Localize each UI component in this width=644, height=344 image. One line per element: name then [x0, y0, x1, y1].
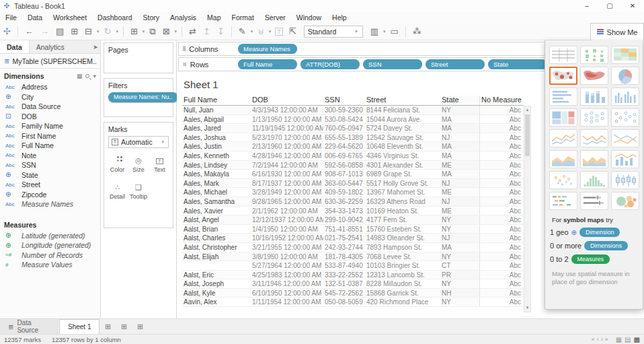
menu-item-window[interactable]: Window — [291, 12, 327, 23]
pill-measure-names[interactable]: Measure Names — [238, 44, 297, 54]
search-icon[interactable] — [85, 74, 89, 78]
continuous-lines-thumbnail[interactable] — [549, 129, 577, 147]
side-by-side-bars-thumbnail[interactable] — [611, 88, 639, 106]
highlight-table-thumbnail[interactable] — [611, 46, 639, 64]
new-worksheet-icon[interactable]: ⊞ — [127, 24, 141, 40]
column-header[interactable]: SSN — [323, 96, 365, 105]
new-story-icon[interactable]: ⊞ — [132, 319, 148, 334]
menu-item-map[interactable]: Map — [202, 12, 226, 23]
menu-item-server[interactable]: Server — [259, 12, 291, 23]
field-ssn[interactable]: AbcSSN — [0, 160, 100, 170]
column-header[interactable]: Street — [365, 96, 440, 105]
clear-sheet-icon[interactable]: ⊠ — [159, 24, 173, 40]
color-button[interactable]: Color — [108, 152, 126, 176]
table-row[interactable]: 5/27/1964 12:00:00 AM533-87-494010103 Br… — [182, 261, 524, 271]
close-button[interactable]: ✕ — [621, 0, 644, 12]
tableau-home-icon[interactable]: ✣ — [0, 24, 14, 40]
field-address[interactable]: AbcAddress — [0, 82, 100, 92]
vertical-scrollbar[interactable]: ▲ ▼ — [524, 106, 531, 312]
table-row[interactable]: Aales, Joshua5/23/1970 12:00:00 AM655-55… — [182, 133, 524, 143]
table-row[interactable]: Aales, Mark8/17/1937 12:00:00 AM363-60-5… — [182, 179, 524, 188]
box-and-whisker-thumbnail[interactable] — [611, 171, 639, 189]
show-hide-cards-icon[interactable]: ▥ — [367, 24, 382, 40]
pill-full-name[interactable]: Full Name — [238, 59, 297, 69]
presentation-mode-icon[interactable]: ▭ — [387, 24, 401, 40]
table-row[interactable]: Aalst, Joseph3/11/1946 12:00:00 AM132-51… — [182, 279, 524, 289]
group-members-icon[interactable]: ⊎ — [254, 24, 268, 40]
table-row[interactable]: Aales, Makayla6/16/1930 12:00:00 AM908-6… — [182, 170, 524, 179]
scrollbar-thumb[interactable] — [525, 114, 530, 156]
swap-rows-columns-icon[interactable]: ⇄ — [186, 24, 200, 40]
table-row[interactable]: Aales, Lindsey7/2/1944 12:00:00 AM592-56… — [182, 161, 524, 170]
field-street[interactable]: AbcStreet — [0, 180, 100, 190]
field-latitude-generated-[interactable]: ⊕Latitude (generated) — [0, 231, 100, 241]
view-as-icon[interactable]: ▦ — [77, 73, 83, 79]
show-sheets-icon[interactable]: ▩ — [634, 336, 640, 343]
run-update-icon[interactable]: ↻ — [101, 24, 115, 40]
column-header[interactable]: DOB — [251, 96, 323, 105]
menu-item-story[interactable]: Story — [137, 12, 165, 23]
table-row[interactable]: Aales, Michael3/28/1949 12:00:00 AM409-5… — [182, 188, 524, 197]
tooltip-button[interactable]: ❑Tooltip — [129, 179, 148, 203]
field-dob[interactable]: ⊡DOB — [0, 112, 100, 122]
new-data-source-icon[interactable]: ⊞ — [67, 24, 81, 40]
table-row[interactable]: Aavin, Alex1/11/1954 12:00:00 AM050-08-5… — [182, 298, 524, 307]
maximize-button[interactable]: ▢ — [598, 0, 621, 12]
field-zipcode[interactable]: ⊕Zipcode — [0, 190, 100, 200]
filters-shelf[interactable]: Filters Measure Names: Nu.. — [104, 78, 173, 117]
size-button[interactable]: ◎Size — [129, 152, 148, 176]
field-full-name[interactable]: AbcFull Name — [0, 141, 100, 151]
undo-icon[interactable]: ← — [22, 24, 37, 40]
new-worksheet-icon[interactable]: ⊞ — [99, 319, 116, 334]
show-tabs-icon[interactable]: ▦ — [616, 336, 622, 343]
menu-item-data[interactable]: Data — [22, 12, 48, 23]
gantt-thumbnail[interactable] — [549, 192, 577, 210]
table-row[interactable]: Aales, Xavier2/1/1962 12:00:00 AM354-33-… — [182, 207, 524, 216]
dropdown-caret[interactable]: ▾ — [382, 29, 387, 34]
treemap-thumbnail[interactable] — [549, 108, 577, 127]
histogram-thumbnail[interactable] — [580, 171, 608, 189]
discrete-area-thumbnail[interactable] — [580, 150, 608, 168]
pill-ssn[interactable]: SSN — [363, 59, 422, 69]
field-city[interactable]: ⊕City — [0, 92, 100, 102]
sort-ascending-icon[interactable]: ↥ — [200, 24, 214, 40]
duplicate-sheet-icon[interactable]: ⧉ — [146, 24, 159, 40]
field-measure-names[interactable]: AbcMeasure Names — [0, 199, 100, 209]
field-note[interactable]: AbcNote — [0, 151, 100, 161]
stacked-bars-thumbnail[interactable] — [580, 88, 608, 106]
symbol-map-thumbnail[interactable] — [549, 67, 577, 85]
horizontal-bars-thumbnail[interactable] — [549, 88, 577, 106]
sheet-nav-controls[interactable]: «‹›» — [592, 336, 610, 343]
table-row[interactable]: Aalst, Charles10/16/1952 12:00:00 AM021-… — [182, 234, 524, 243]
filled-map-thumbnail[interactable] — [580, 67, 608, 85]
sheet-tab-sheet1[interactable]: Sheet 1 — [59, 319, 99, 334]
tab-data[interactable]: Data — [0, 40, 30, 53]
chevron-down-icon[interactable]: ▾ — [93, 73, 96, 79]
pages-shelf[interactable]: Pages — [104, 42, 173, 73]
dual-combination-thumbnail[interactable] — [611, 150, 639, 168]
filter-pill[interactable]: Measure Names: Nu.. — [108, 92, 178, 102]
pie-chart-thumbnail[interactable] — [611, 67, 639, 85]
table-row[interactable]: Aales, Abigail1/13/1950 12:00:00 AM530-0… — [182, 115, 524, 125]
column-header[interactable]: Full Name — [182, 96, 251, 105]
redo-icon[interactable]: → — [37, 24, 52, 40]
text-table-thumbnail[interactable] — [549, 46, 577, 64]
field-measure-values[interactable]: #Measure Values — [0, 260, 100, 270]
pin-icon[interactable]: ➤ — [91, 40, 100, 53]
menu-item-worksheet[interactable]: Worksheet — [48, 12, 92, 23]
menu-item-file[interactable]: File — [0, 12, 22, 23]
side-by-side-circles-thumbnail[interactable] — [611, 108, 639, 127]
menu-item-format[interactable]: Format — [227, 12, 259, 23]
field-number-of-records[interactable]: =#Number of Records — [0, 250, 100, 261]
scroll-up-icon[interactable]: ▲ — [524, 106, 530, 114]
scroll-down-icon[interactable]: ▼ — [524, 304, 530, 312]
pill-attr-dob-[interactable]: ATTR(DOB) — [300, 59, 360, 69]
tab-analytics[interactable]: Analytics — [30, 40, 91, 53]
pill-street[interactable]: Street — [426, 59, 485, 69]
sort-descending-icon[interactable]: ↧ — [214, 24, 228, 40]
discrete-lines-thumbnail[interactable] — [580, 129, 608, 147]
field-family-name[interactable]: AbcFamily Name — [0, 121, 100, 131]
menu-item-analysis[interactable]: Analysis — [165, 12, 202, 23]
mark-type-dropdown[interactable]: T Automatic ▾ — [108, 136, 169, 148]
table-row[interactable]: Aales, Kenneth4/28/1946 12:00:00 AM006-6… — [182, 151, 524, 161]
